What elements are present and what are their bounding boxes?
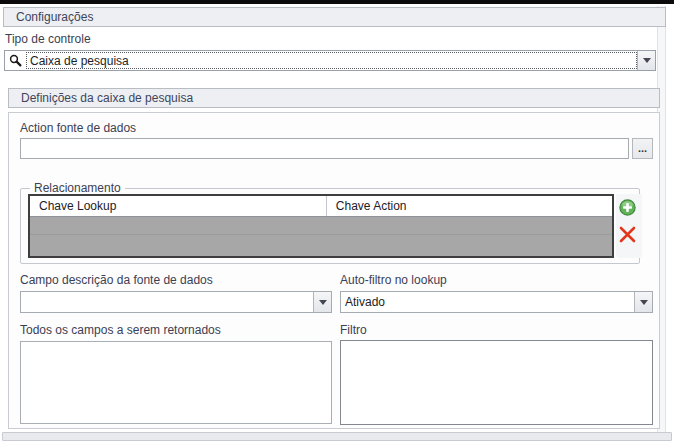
filter-textarea[interactable] xyxy=(340,340,653,425)
chevron-down-icon xyxy=(643,58,651,63)
description-field-value xyxy=(21,292,313,312)
control-type-value: Caixa de pesquisa xyxy=(26,52,637,69)
returned-fields-textarea[interactable] xyxy=(20,341,332,424)
relationship-group-label: Relacionamento xyxy=(30,181,125,195)
delete-row-button[interactable] xyxy=(619,226,636,243)
auto-filter-dropdown-button[interactable] xyxy=(634,292,652,312)
auto-filter-value: Ativado xyxy=(341,292,634,312)
section-title: Definições da caixa de pesquisa xyxy=(8,88,660,108)
description-field-combobox[interactable] xyxy=(20,291,332,313)
chevron-down-icon xyxy=(319,300,327,305)
column-header-chave-action[interactable]: Chave Action xyxy=(327,196,612,216)
relationship-grid[interactable]: Chave Lookup Chave Action xyxy=(28,194,614,258)
grid-empty-row[interactable] xyxy=(30,217,612,235)
filter-label: Filtro xyxy=(340,323,367,337)
auto-filter-combobox[interactable]: Ativado xyxy=(340,291,653,313)
column-header-chave-lookup[interactable]: Chave Lookup xyxy=(30,196,327,216)
search-icon xyxy=(5,51,26,70)
description-field-label: Campo descrição da fonte de dados xyxy=(20,273,213,287)
returned-fields-label: Todos os campos a serem retornados xyxy=(20,323,221,337)
action-source-label: Action fonte de dados xyxy=(20,121,136,135)
top-black-bar xyxy=(0,0,674,4)
control-type-dropdown-button[interactable] xyxy=(637,51,655,70)
plus-circle-icon xyxy=(619,199,636,216)
control-type-label: Tipo de controle xyxy=(5,32,91,46)
browse-button[interactable]: ... xyxy=(632,138,653,159)
control-type-combobox[interactable]: Caixa de pesquisa xyxy=(4,50,656,71)
grid-header-row: Chave Lookup Chave Action xyxy=(30,196,612,217)
action-source-input[interactable] xyxy=(20,138,629,159)
configuration-window: Configurações Tipo de controle Caixa de … xyxy=(0,0,674,443)
auto-filter-label: Auto-filtro no lookup xyxy=(340,273,447,287)
add-row-button[interactable] xyxy=(619,199,636,216)
page-title: Configurações xyxy=(3,7,666,27)
bottom-splitter-bar[interactable] xyxy=(2,432,672,441)
red-x-icon xyxy=(619,226,636,243)
description-field-dropdown-button[interactable] xyxy=(313,292,331,312)
chevron-down-icon xyxy=(640,300,648,305)
